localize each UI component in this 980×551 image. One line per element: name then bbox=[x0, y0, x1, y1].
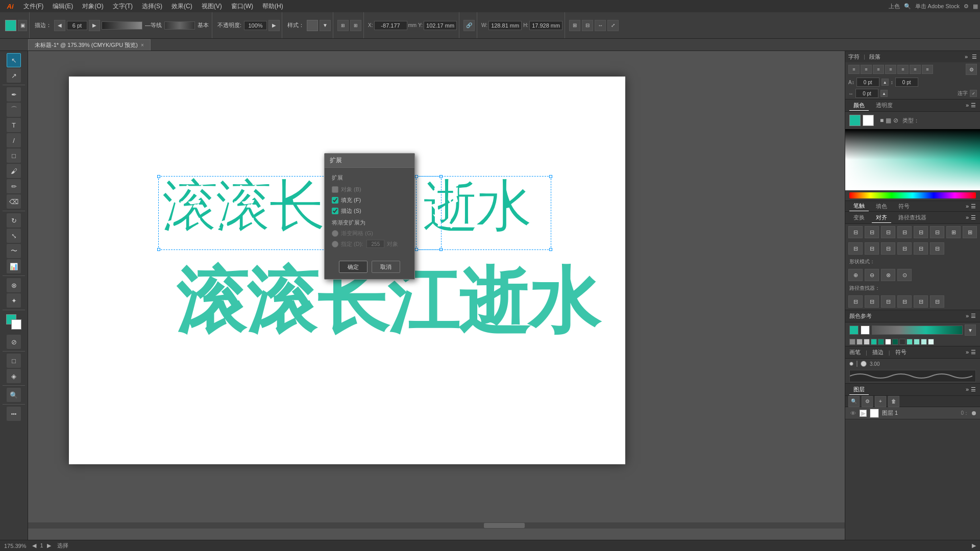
action-btn3[interactable]: ↔ bbox=[595, 20, 606, 31]
canvas-area[interactable]: 滚滚长 逝水 滚滚长江逝水 扩展 扩展 对象 (B) bbox=[28, 51, 980, 540]
align-left-objects-btn[interactable]: ⊟ bbox=[848, 226, 863, 238]
dist-bottom-btn[interactable]: ⊟ bbox=[930, 242, 944, 255]
zoom-level[interactable]: 175.39% bbox=[4, 543, 26, 549]
align-center-h-btn[interactable]: ⊟ bbox=[865, 226, 879, 238]
align-center-btn[interactable]: ≡ bbox=[861, 65, 872, 74]
brush-dot2[interactable] bbox=[861, 361, 867, 367]
document-tab[interactable]: 未标题-1* @ 175.39% (CMYK/GPU 预览) × bbox=[28, 39, 151, 51]
align-top-btn[interactable]: ⊟ bbox=[897, 226, 912, 238]
swatch-white[interactable] bbox=[885, 339, 891, 345]
horizontal-scrollbar[interactable] bbox=[28, 522, 980, 529]
zoom-in-btn[interactable]: ▶ bbox=[47, 542, 51, 548]
type-pattern-icon[interactable]: ⊘ bbox=[893, 117, 898, 124]
swatch-teal[interactable] bbox=[871, 339, 877, 345]
transform-menu-btn[interactable]: ☰ bbox=[971, 214, 976, 221]
dist-center-v-btn[interactable]: ⊟ bbox=[914, 242, 928, 255]
swatch-verylightteal[interactable] bbox=[928, 339, 934, 345]
font-size-up-btn[interactable]: ▲ bbox=[881, 79, 889, 86]
rotate-tool-btn[interactable]: ↻ bbox=[7, 213, 21, 228]
brush-dot1[interactable] bbox=[849, 362, 853, 366]
dist-center-h-btn[interactable]: ⊟ bbox=[865, 242, 879, 255]
screen-mode-btn[interactable]: □ bbox=[7, 354, 21, 368]
more-tools-btn[interactable]: ••• bbox=[7, 407, 21, 421]
distribute-h-btn[interactable]: ⊞ bbox=[946, 226, 961, 238]
char-more-btn[interactable]: » bbox=[965, 54, 968, 60]
font-size-input[interactable] bbox=[856, 78, 879, 87]
y-input[interactable] bbox=[424, 21, 457, 30]
swatch-lightteal2[interactable] bbox=[914, 339, 920, 345]
opacity-input[interactable] bbox=[244, 21, 267, 30]
char-tab[interactable]: 字符 bbox=[848, 53, 860, 61]
blend-tool-btn[interactable]: ⊗ bbox=[7, 278, 21, 292]
char-settings-btn[interactable]: ☰ bbox=[972, 54, 977, 60]
pencil-btn[interactable]: ✏ bbox=[7, 179, 21, 193]
track-up-btn[interactable]: ▲ bbox=[880, 90, 888, 97]
color-expand-btn[interactable]: » bbox=[966, 102, 969, 109]
fill-checkbox[interactable] bbox=[332, 197, 338, 204]
dist-right-btn[interactable]: ⊟ bbox=[881, 242, 895, 255]
brush-expand-btn[interactable]: » bbox=[966, 349, 969, 356]
track-input[interactable] bbox=[855, 89, 878, 98]
layers-menu-btn[interactable]: ☰ bbox=[971, 386, 976, 393]
select-tool-btn[interactable]: ↖ bbox=[7, 53, 21, 67]
brush-preview-bar[interactable] bbox=[849, 370, 976, 382]
layer-1-item[interactable]: 👁 ▶ 图层 1 0： bbox=[845, 407, 980, 419]
symbol-tab-label[interactable]: 符号 bbox=[894, 202, 914, 211]
color-fg-swatch[interactable] bbox=[849, 115, 861, 126]
pen-tool-btn[interactable]: ✒ bbox=[7, 87, 21, 102]
transform-expand-btn[interactable]: » bbox=[966, 214, 969, 221]
color-gradient-picker[interactable] bbox=[845, 129, 980, 190]
menu-item-window[interactable]: 窗口(W) bbox=[227, 1, 257, 12]
swatch-gray1[interactable] bbox=[849, 339, 855, 345]
opentype-btn[interactable]: ✓ bbox=[970, 90, 977, 97]
pf-btn2[interactable]: ⊟ bbox=[865, 295, 879, 308]
eraser-btn[interactable]: ⌫ bbox=[7, 194, 21, 209]
fill-checkbox-row[interactable]: 填充 (F) bbox=[332, 196, 407, 204]
color-ref-menu-btn[interactable]: ☰ bbox=[971, 313, 976, 319]
warp-tool-btn[interactable]: 〜 bbox=[7, 244, 21, 258]
align-justify2-btn[interactable]: ≡ bbox=[897, 65, 909, 74]
menu-item-edit[interactable]: 编辑(E) bbox=[48, 1, 77, 12]
specify-input[interactable] bbox=[366, 240, 384, 248]
draw-mode-btn[interactable]: ◈ bbox=[7, 369, 21, 383]
opacity-panel-tab[interactable]: 透明度 bbox=[872, 101, 897, 110]
shape-exclude-btn[interactable]: ⊙ bbox=[897, 269, 912, 281]
style-swatch[interactable] bbox=[307, 20, 318, 31]
ok-button[interactable]: 确定 bbox=[339, 261, 368, 273]
layer-1-eye-icon[interactable]: 👁 bbox=[849, 410, 856, 417]
menu-item-select[interactable]: 选择(S) bbox=[138, 1, 166, 12]
delete-layer-btn[interactable]: 🗑 bbox=[888, 396, 899, 407]
color-ref-expand-btn[interactable]: » bbox=[966, 313, 969, 319]
line-tool-btn[interactable]: / bbox=[7, 133, 21, 147]
brush-menu-btn[interactable]: ☰ bbox=[971, 349, 976, 356]
color-ref-bg-swatch[interactable] bbox=[861, 325, 870, 335]
grid-icon[interactable]: ⊞ bbox=[350, 20, 361, 31]
style-down-btn[interactable]: ▼ bbox=[320, 20, 331, 31]
color-panel-tab[interactable]: 颜色 bbox=[849, 101, 869, 111]
color-ref-main-swatch[interactable] bbox=[849, 325, 859, 335]
panel-toggle[interactable]: ▦ bbox=[973, 3, 978, 10]
none-color-btn[interactable]: ⊘ bbox=[7, 335, 21, 349]
curvature-tool-btn[interactable]: ⌒ bbox=[7, 103, 21, 117]
scale-tool-btn[interactable]: ⤡ bbox=[7, 229, 21, 243]
stroke-tab-label[interactable]: 笔触 bbox=[849, 201, 869, 211]
menu-item-file[interactable]: 文件(F) bbox=[19, 1, 47, 12]
dist-top-btn[interactable]: ⊟ bbox=[897, 242, 912, 255]
menu-item-view[interactable]: 视图(V) bbox=[198, 1, 226, 12]
align-justify4-btn[interactable]: ≡ bbox=[922, 65, 933, 74]
opacity-arrow[interactable]: ▶ bbox=[268, 20, 280, 31]
brush-tab[interactable]: 画笔 bbox=[849, 348, 861, 356]
paint-brush-btn[interactable]: 🖌 bbox=[7, 164, 21, 178]
action-btn2[interactable]: ⊟ bbox=[582, 20, 593, 31]
arrange-icon[interactable]: ⊞ bbox=[337, 20, 349, 31]
swatch-lightteal[interactable] bbox=[906, 339, 913, 345]
new-layer-btn[interactable]: + bbox=[875, 396, 886, 407]
swatch-dark[interactable] bbox=[899, 339, 905, 345]
layers-tab-label[interactable]: 图层 bbox=[849, 385, 869, 395]
text-settings-btn[interactable]: ⚙ bbox=[966, 64, 977, 75]
lock-proportions-btn[interactable]: 🔗 bbox=[463, 20, 475, 31]
type-gradient-icon[interactable]: ▦ bbox=[886, 117, 891, 124]
distribute-v-btn[interactable]: ⊞ bbox=[963, 226, 977, 238]
stroke-checkbox-row[interactable]: 描边 (S) bbox=[332, 207, 407, 215]
w-input[interactable] bbox=[488, 21, 522, 30]
